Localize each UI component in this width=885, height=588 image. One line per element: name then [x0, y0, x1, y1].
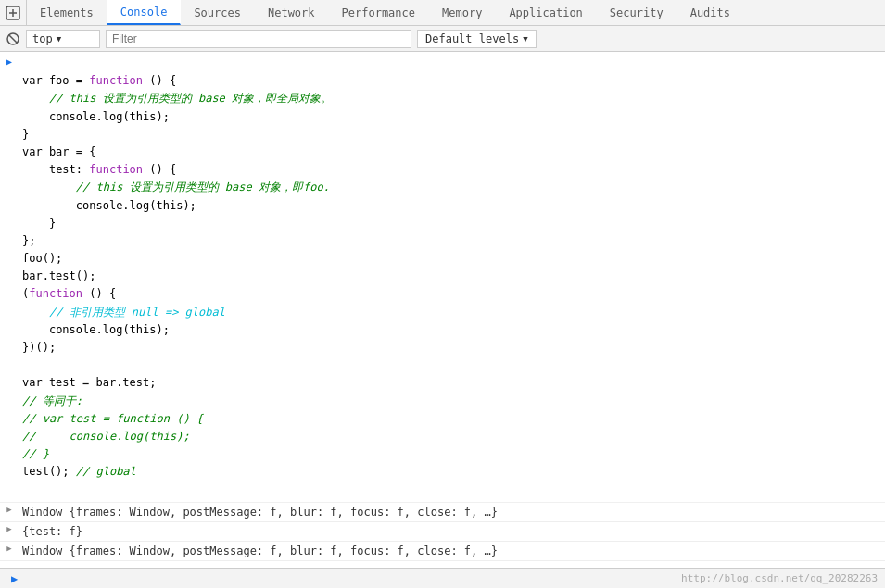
page-url: http://blog.csdn.net/qq_20282263: [681, 572, 878, 584]
tab-network[interactable]: Network: [255, 0, 329, 25]
tab-application[interactable]: Application: [496, 0, 596, 25]
tab-audits[interactable]: Audits: [677, 0, 744, 25]
svg-line-2: [9, 34, 18, 43]
levels-dropdown[interactable]: Default levels ▼: [417, 30, 537, 48]
devtools-logo: [0, 0, 27, 25]
output-row-2: ▶ {test: f}: [0, 522, 885, 542]
output-content-2: {test: f}: [19, 524, 86, 539]
chevron-down-icon: ▼: [523, 34, 527, 44]
context-dropdown[interactable]: top ▼: [26, 30, 100, 48]
console-toolbar: top ▼ Default levels ▼: [0, 26, 885, 52]
block-icon[interactable]: [6, 31, 20, 46]
tab-sources[interactable]: Sources: [181, 0, 255, 25]
filter-input[interactable]: [106, 30, 411, 48]
output-content-1: Window {frames: Window, postMessage: f, …: [19, 505, 501, 519]
tab-performance[interactable]: Performance: [329, 0, 429, 25]
expand-icon[interactable]: ▶: [0, 54, 19, 67]
code-content: var foo = function () { // this 设置为引用类型的…: [19, 54, 885, 500]
bottom-bar: ▶ http://blog.csdn.net/qq_20282263: [0, 568, 885, 588]
output-content-3: Window {frames: Window, postMessage: f, …: [19, 544, 501, 558]
expand-arrow-icon[interactable]: ▶: [6, 505, 11, 514]
console-prompt[interactable]: ▶: [7, 569, 23, 588]
console-area: ▶ var foo = function () { // this 设置为引用类…: [0, 52, 885, 562]
tab-console[interactable]: Console: [107, 0, 182, 25]
output-row-4: ▶ Window {frames: Window, postMessage: f…: [0, 561, 885, 562]
tab-memory[interactable]: Memory: [429, 0, 496, 25]
tab-bar: Elements Console Sources Network Perform…: [0, 0, 885, 26]
prompt-arrow-icon: ▶: [11, 572, 18, 585]
code-input-row: ▶ var foo = function () { // this 设置为引用类…: [0, 52, 885, 503]
expand-arrow-icon-3[interactable]: ▶: [6, 544, 11, 553]
output-row-3: ▶ Window {frames: Window, postMessage: f…: [0, 542, 885, 561]
tab-security[interactable]: Security: [597, 0, 677, 25]
expand-arrow-icon-2[interactable]: ▶: [6, 524, 11, 533]
output-row-1: ▶ Window {frames: Window, postMessage: f…: [0, 503, 885, 522]
tab-elements[interactable]: Elements: [27, 0, 107, 25]
chevron-down-icon: ▼: [57, 34, 61, 44]
